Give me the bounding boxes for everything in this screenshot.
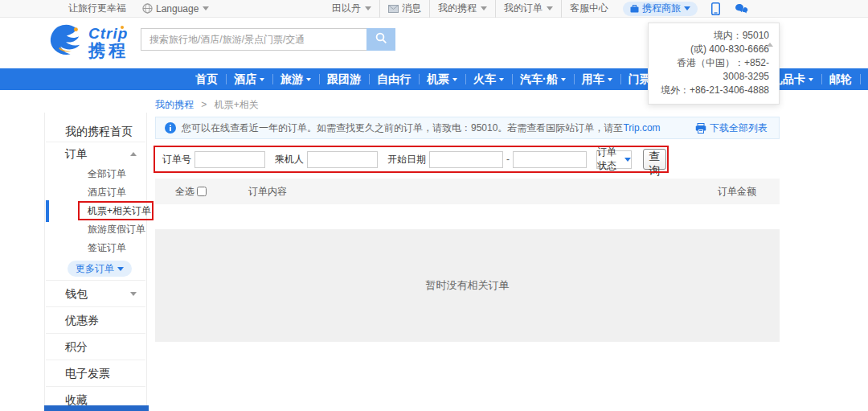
order-content-column-header: 订单内容 bbox=[248, 185, 287, 199]
sidebar: 我的携程首页 订单 全部订单 酒店订单 机票+相关订单 旅游度假订单 签证订单 … bbox=[44, 113, 147, 411]
order-amount-column-header: 订单金额 bbox=[718, 185, 756, 199]
nav-item-independent[interactable]: 自由行 bbox=[369, 68, 419, 90]
site-search bbox=[141, 28, 395, 51]
nav-item-destination[interactable]: 目的地 bbox=[860, 68, 868, 90]
empty-state-text: 暂时没有相关订单 bbox=[426, 278, 510, 293]
printer-icon bbox=[695, 123, 706, 134]
chevron-down-icon bbox=[481, 6, 487, 10]
trip-com-link[interactable]: Trip.com bbox=[623, 122, 660, 134]
sidebar-item-e-invoice[interactable]: 电子发票 bbox=[45, 360, 146, 386]
notice-text: 您可以在线查看近一年的订单。如需查找更久之前的订单，请致电：95010。若需查看… bbox=[182, 121, 661, 135]
nav-item-hotel[interactable]: 酒店 bbox=[226, 68, 272, 90]
logo-cn: 携程 bbox=[88, 42, 129, 60]
order-number-input[interactable] bbox=[194, 151, 265, 168]
end-date-input[interactable] bbox=[513, 151, 587, 168]
chevron-down-icon bbox=[499, 78, 504, 81]
ctrip-logo[interactable]: Ctrip 携程 bbox=[47, 23, 129, 63]
dolphin-logo-icon bbox=[47, 23, 84, 63]
phone-line-alt: (或) 400-830-6666 bbox=[655, 43, 769, 56]
empty-orders-area: 暂时没有相关订单 bbox=[155, 229, 780, 342]
nav-item-trains[interactable]: 火车 bbox=[465, 68, 512, 90]
sidebar-item-flight-related-orders[interactable]: 机票+相关订单 bbox=[45, 202, 146, 220]
logo-i-dot bbox=[121, 26, 124, 29]
my-orders-label: 我的订单 bbox=[504, 2, 542, 15]
phone-line-domestic: 境内：95010 bbox=[655, 29, 769, 43]
active-indicator-bar bbox=[46, 200, 49, 222]
my-ctrip-menu[interactable]: 我的携程 bbox=[429, 0, 495, 18]
mobile-app-icon[interactable] bbox=[704, 2, 727, 15]
start-date-label: 开始日期 bbox=[387, 153, 426, 166]
breadcrumb-current: 机票+相关 bbox=[215, 99, 259, 110]
sidebar-section-wallet[interactable]: 钱包 bbox=[45, 281, 146, 306]
messages-link[interactable]: 消息 bbox=[379, 0, 429, 18]
corp-travel-label: 携程商旅 bbox=[642, 2, 681, 15]
search-icon bbox=[375, 32, 387, 47]
chevron-down-icon bbox=[547, 6, 553, 10]
nav-item-flights[interactable]: 机票 bbox=[419, 68, 465, 90]
select-all-checkbox[interactable] bbox=[197, 187, 207, 196]
passenger-input[interactable] bbox=[307, 151, 378, 168]
customer-service-link[interactable]: 客服中心 bbox=[561, 0, 616, 18]
phone-line-overseas: 境外：+86-21-3406-4888 bbox=[655, 84, 769, 97]
orders-table-header: 全选 订单内容 订单金额 bbox=[155, 179, 780, 204]
phone-line-hongkong: 香港（中国）：+852-3008-3295 bbox=[655, 56, 769, 84]
sidebar-item-hotel-orders[interactable]: 酒店订单 bbox=[45, 183, 146, 202]
sidebar-bottom-strip bbox=[44, 405, 149, 411]
site-search-button[interactable] bbox=[366, 28, 395, 51]
chevron-down-icon bbox=[306, 78, 311, 81]
my-orders-menu[interactable]: 我的订单 bbox=[495, 0, 561, 18]
messages-label: 消息 bbox=[402, 2, 421, 15]
chat-bubbles-icon[interactable] bbox=[727, 3, 755, 14]
start-date-input[interactable] bbox=[429, 151, 503, 168]
notice-bar: 您可以在线查看近一年的订单。如需查找更久之前的订单，请致电：95010。若需查看… bbox=[155, 117, 780, 139]
nav-item-cruise[interactable]: 邮轮 bbox=[821, 68, 860, 90]
logo-text: Ctrip 携程 bbox=[88, 26, 129, 60]
passenger-label: 乘机人 bbox=[275, 153, 304, 166]
order-number-label: 订单号 bbox=[162, 153, 191, 166]
sidebar-item-vacation-orders[interactable]: 旅游度假订单 bbox=[45, 220, 146, 239]
chevron-down-icon bbox=[624, 158, 631, 162]
site-search-input[interactable] bbox=[141, 28, 366, 51]
sidebar-item-my-ctrip-home[interactable]: 我的携程首页 bbox=[45, 121, 146, 142]
chevron-down-icon bbox=[608, 78, 612, 81]
nav-item-car[interactable]: 用车 bbox=[574, 68, 620, 90]
chevron-down-icon bbox=[809, 78, 813, 81]
date-range-separator: - bbox=[506, 154, 510, 165]
chevron-down-icon bbox=[452, 78, 457, 81]
sidebar-item-coupons[interactable]: 优惠券 bbox=[45, 307, 146, 333]
breadcrumb-home-link[interactable]: 我的携程 bbox=[155, 99, 194, 110]
chevron-down-icon bbox=[561, 78, 566, 81]
chevron-down-icon bbox=[117, 267, 124, 271]
sidebar-more-orders-button[interactable]: 更多订单 bbox=[68, 261, 132, 277]
corp-travel-menu[interactable]: 携程商旅 bbox=[623, 2, 698, 16]
language-menu[interactable]: Language bbox=[134, 0, 217, 18]
order-status-dropdown[interactable]: 订单状态 bbox=[596, 150, 632, 169]
chevron-up-icon[interactable] bbox=[767, 43, 773, 47]
my-ctrip-label: 我的携程 bbox=[438, 2, 477, 15]
chevron-up-icon bbox=[130, 152, 137, 156]
download-all-list-link[interactable]: 下载全部列表 bbox=[695, 121, 768, 135]
nav-item-group-tour[interactable]: 跟团游 bbox=[319, 68, 369, 90]
chevron-down-icon bbox=[130, 292, 137, 296]
nav-item-home[interactable]: 首页 bbox=[187, 68, 226, 90]
ctrip-orders-page: 让旅行更幸福 Language 田以丹 消息 我的携程 bbox=[0, 0, 868, 411]
phone-numbers-panel: 境内：95010 (或) 400-830-6666 香港（中国）：+852-30… bbox=[648, 23, 780, 105]
search-orders-button[interactable]: 查询 bbox=[643, 149, 666, 170]
nav-item-travel[interactable]: 旅游 bbox=[272, 68, 319, 90]
chevron-down-icon bbox=[203, 6, 209, 10]
info-icon bbox=[165, 122, 176, 134]
breadcrumb-separator: > bbox=[201, 99, 207, 110]
language-label: Language bbox=[156, 3, 199, 14]
top-utility-bar: 让旅行更幸福 Language 田以丹 消息 我的携程 bbox=[0, 0, 868, 18]
slogan-text: 让旅行更幸福 bbox=[60, 0, 134, 18]
briefcase-icon bbox=[630, 5, 639, 13]
sidebar-item-visa-orders[interactable]: 签证订单 bbox=[45, 239, 146, 257]
chevron-down-icon bbox=[684, 6, 690, 10]
sidebar-section-orders[interactable]: 订单 bbox=[45, 142, 146, 165]
sidebar-item-points[interactable]: 积分 bbox=[45, 334, 146, 360]
nav-item-bus-ship[interactable]: 汽车·船 bbox=[512, 68, 574, 90]
chevron-down-icon bbox=[260, 78, 264, 81]
sidebar-item-all-orders[interactable]: 全部订单 bbox=[45, 165, 146, 183]
order-filter-row: 订单号 乘机人 开始日期 - 订单状态 查询 bbox=[155, 147, 666, 171]
user-menu[interactable]: 田以丹 bbox=[324, 0, 379, 18]
